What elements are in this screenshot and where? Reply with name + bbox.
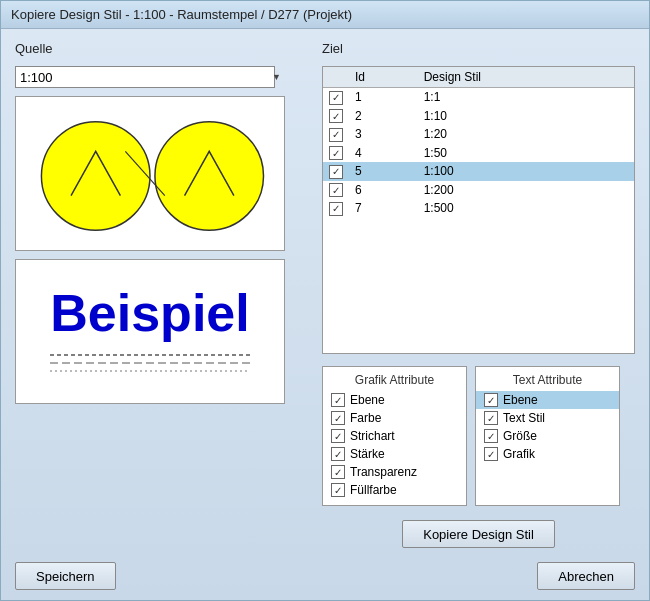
text-attr-item[interactable]: ✓ Ebene (476, 391, 619, 409)
grafik-attribute-box: Grafik Attribute ✓ Ebene ✓ Farbe ✓ Stric… (322, 366, 467, 506)
svg-point-0 (41, 122, 150, 231)
attr-label: Text Stil (503, 411, 545, 425)
attr-label: Strichart (350, 429, 395, 443)
row-id: 3 (349, 125, 418, 144)
grafik-attr-item[interactable]: ✓ Ebene (331, 391, 458, 409)
row-name: 1:20 (418, 125, 634, 144)
beispiel-text: Beispiel (50, 287, 249, 339)
preview-box (15, 96, 285, 251)
grafik-attr-item[interactable]: ✓ Transparenz (331, 463, 458, 481)
checkbox-icon[interactable]: ✓ (329, 128, 343, 142)
row-name: 1:200 (418, 181, 634, 200)
attribute-section: Grafik Attribute ✓ Ebene ✓ Farbe ✓ Stric… (322, 366, 635, 506)
copy-design-button[interactable]: Kopiere Design Stil (402, 520, 555, 548)
right-panel: Ziel Id Design Stil ✓ (322, 41, 635, 548)
table-row[interactable]: ✓ 7 1:500 (323, 199, 634, 218)
row-name: 1:500 (418, 199, 634, 218)
row-checkbox-cell: ✓ (323, 181, 349, 200)
row-checkbox-cell: ✓ (323, 107, 349, 126)
row-id: 5 (349, 162, 418, 181)
row-id: 2 (349, 107, 418, 126)
attr-label: Größe (503, 429, 537, 443)
text-attr-item[interactable]: ✓ Größe (484, 427, 611, 445)
bottom-buttons: Speichern Abrechen (15, 558, 635, 590)
table-row[interactable]: ✓ 6 1:200 (323, 181, 634, 200)
row-id: 4 (349, 144, 418, 163)
grafik-attr-item[interactable]: ✓ Stärke (331, 445, 458, 463)
col-design: Design Stil (418, 67, 634, 88)
row-name: 1:1 (418, 88, 634, 107)
attr-label: Füllfarbe (350, 483, 397, 497)
row-name: 1:100 (418, 162, 634, 181)
attr-label: Ebene (503, 393, 538, 407)
row-name: 1:50 (418, 144, 634, 163)
attr-checkbox[interactable]: ✓ (484, 411, 498, 425)
ziel-table: Id Design Stil ✓ 1 1:1 ✓ 2 1:10 ✓ (323, 67, 634, 218)
table-row[interactable]: ✓ 4 1:50 (323, 144, 634, 163)
text-attribute-title: Text Attribute (484, 373, 611, 387)
grafik-items: ✓ Ebene ✓ Farbe ✓ Strichart ✓ Stärke ✓ T… (331, 391, 458, 499)
attr-label: Stärke (350, 447, 385, 461)
row-id: 7 (349, 199, 418, 218)
attr-checkbox[interactable]: ✓ (331, 411, 345, 425)
col-id: Id (349, 67, 418, 88)
table-row[interactable]: ✓ 2 1:10 (323, 107, 634, 126)
table-row[interactable]: ✓ 5 1:100 (323, 162, 634, 181)
cancel-button[interactable]: Abrechen (537, 562, 635, 590)
grafik-attr-item[interactable]: ✓ Strichart (331, 427, 458, 445)
col-check (323, 67, 349, 88)
attr-label: Ebene (350, 393, 385, 407)
dropdown-wrapper: 1:100 (15, 66, 285, 88)
example-box: Beispiel (15, 259, 285, 404)
preview-svg (16, 97, 284, 250)
row-id: 1 (349, 88, 418, 107)
attr-checkbox[interactable]: ✓ (331, 483, 345, 497)
copy-btn-row: Kopiere Design Stil (322, 520, 635, 548)
grafik-attr-item[interactable]: ✓ Farbe (331, 409, 458, 427)
attr-checkbox[interactable]: ✓ (331, 429, 345, 443)
save-button[interactable]: Speichern (15, 562, 116, 590)
main-window: Kopiere Design Stil - 1:100 - Raumstempe… (0, 0, 650, 601)
text-attr-item[interactable]: ✓ Grafik (484, 445, 611, 463)
scale-dropdown[interactable]: 1:100 (15, 66, 275, 88)
table-row[interactable]: ✓ 3 1:20 (323, 125, 634, 144)
attr-label: Grafik (503, 447, 535, 461)
row-checkbox-cell: ✓ (323, 125, 349, 144)
table-row[interactable]: ✓ 1 1:1 (323, 88, 634, 107)
attr-label: Transparenz (350, 465, 417, 479)
checkbox-icon[interactable]: ✓ (329, 146, 343, 160)
attr-checkbox[interactable]: ✓ (484, 447, 498, 461)
svg-point-1 (155, 122, 264, 231)
checkbox-icon[interactable]: ✓ (329, 183, 343, 197)
checkbox-icon[interactable]: ✓ (329, 109, 343, 123)
text-attribute-box: Text Attribute ✓ Ebene ✓ Text Stil ✓ Grö… (475, 366, 620, 506)
row-id: 6 (349, 181, 418, 200)
left-panel: Quelle 1:100 (15, 41, 310, 548)
ziel-table-box: Id Design Stil ✓ 1 1:1 ✓ 2 1:10 ✓ (322, 66, 635, 354)
grafik-attribute-title: Grafik Attribute (331, 373, 458, 387)
checkbox-icon[interactable]: ✓ (329, 202, 343, 216)
row-checkbox-cell: ✓ (323, 144, 349, 163)
attr-checkbox[interactable]: ✓ (331, 465, 345, 479)
attr-label: Farbe (350, 411, 381, 425)
grafik-attr-item[interactable]: ✓ Füllfarbe (331, 481, 458, 499)
checkbox-icon[interactable]: ✓ (329, 91, 343, 105)
text-items: ✓ Ebene ✓ Text Stil ✓ Größe ✓ Grafik (484, 391, 611, 463)
ziel-label: Ziel (322, 41, 635, 56)
attr-checkbox[interactable]: ✓ (484, 393, 498, 407)
row-checkbox-cell: ✓ (323, 88, 349, 107)
title-bar: Kopiere Design Stil - 1:100 - Raumstempe… (1, 1, 649, 29)
attr-checkbox[interactable]: ✓ (331, 393, 345, 407)
attr-checkbox[interactable]: ✓ (484, 429, 498, 443)
attr-checkbox[interactable]: ✓ (331, 447, 345, 461)
checkbox-icon[interactable]: ✓ (329, 165, 343, 179)
row-checkbox-cell: ✓ (323, 199, 349, 218)
row-name: 1:10 (418, 107, 634, 126)
text-attr-item[interactable]: ✓ Text Stil (484, 409, 611, 427)
quelle-label: Quelle (15, 41, 310, 56)
window-title: Kopiere Design Stil - 1:100 - Raumstempe… (11, 7, 352, 22)
dashed-lines-svg (50, 347, 250, 377)
row-checkbox-cell: ✓ (323, 162, 349, 181)
